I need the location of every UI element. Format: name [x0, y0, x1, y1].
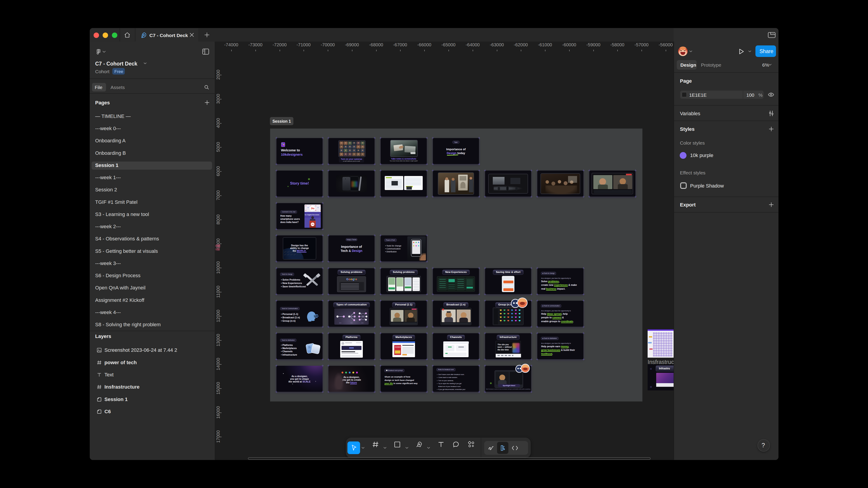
- svg-text:n-n: n-n: [362, 322, 364, 324]
- svg-text:1-n: 1-n: [350, 322, 352, 324]
- svg-text:1-1: 1-1: [339, 322, 341, 324]
